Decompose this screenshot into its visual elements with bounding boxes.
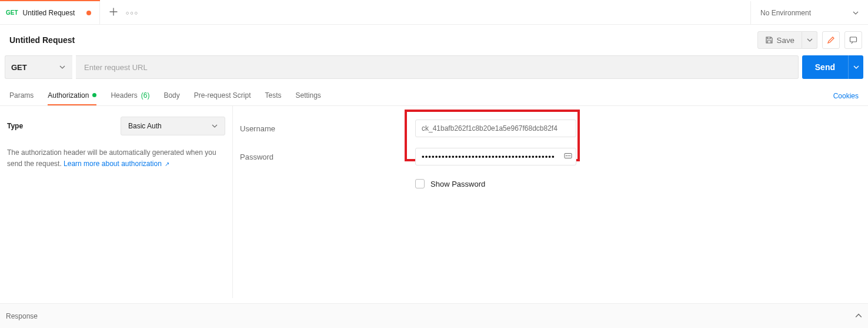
tab-title: Untitled Request	[23, 9, 82, 17]
show-password-label: Show Password	[430, 180, 485, 188]
auth-left-pane: Type Basic Auth The authorization header…	[0, 106, 233, 298]
http-method-select[interactable]: GET	[5, 55, 72, 79]
auth-type-label: Type	[7, 122, 23, 130]
auth-help-text: The authorization header will be automat…	[7, 147, 225, 170]
pencil-icon	[827, 36, 835, 44]
request-url-input[interactable]	[76, 55, 799, 79]
tab-prerequest-label: Pre-request Script	[194, 91, 251, 100]
request-subtabs: Params Authorization Headers (6) Body Pr…	[0, 86, 868, 106]
svg-rect-0	[850, 37, 857, 42]
tab-prerequest[interactable]: Pre-request Script	[194, 86, 251, 105]
auth-type-value: Basic Auth	[128, 122, 162, 130]
tab-authorization[interactable]: Authorization	[48, 86, 96, 105]
tab-method-badge: GET	[6, 9, 18, 16]
save-icon	[765, 36, 773, 44]
tab-overflow-button[interactable]: ○○○	[126, 10, 139, 16]
chevron-down-icon	[853, 64, 859, 70]
tab-bar: GET Untitled Request ○○○ No Environment	[0, 1, 868, 25]
chevron-down-icon	[807, 37, 813, 43]
comments-button[interactable]	[844, 31, 862, 49]
chevron-down-icon	[853, 10, 859, 16]
headers-count: (6)	[141, 91, 150, 100]
auth-right-pane: Username Password Show Password	[233, 106, 868, 298]
tab-authorization-label: Authorization	[48, 91, 89, 100]
send-dropdown-button[interactable]	[848, 55, 863, 79]
tab-tests-label: Tests	[265, 91, 281, 100]
cookies-link-label: Cookies	[833, 92, 859, 100]
environment-selector[interactable]: No Environment	[750, 1, 868, 24]
environment-label: No Environment	[760, 9, 811, 17]
tab-tests[interactable]: Tests	[265, 86, 281, 105]
url-row: GET Send	[0, 55, 868, 86]
tab-params-label: Params	[9, 91, 34, 100]
username-label: Username	[240, 124, 415, 133]
response-panel-header[interactable]: Response	[0, 303, 868, 328]
chevron-up-icon	[855, 312, 862, 321]
tab-headers[interactable]: Headers (6)	[111, 86, 149, 105]
auth-active-dot-icon	[92, 93, 96, 97]
unsaved-dot-icon	[86, 11, 91, 15]
tab-headers-label: Headers	[111, 91, 137, 100]
cookies-link[interactable]: Cookies	[833, 92, 859, 100]
username-input[interactable]	[415, 120, 576, 137]
request-name: Untitled Request	[9, 35, 75, 45]
save-button-label: Save	[777, 36, 794, 45]
http-method-value: GET	[11, 63, 27, 72]
tab-settings-label: Settings	[296, 91, 321, 100]
plus-icon	[109, 8, 118, 16]
auth-panel: Type Basic Auth The authorization header…	[0, 106, 868, 298]
comment-icon	[849, 36, 857, 44]
learn-more-label: Learn more about authorization	[64, 160, 162, 168]
request-tab[interactable]: GET Untitled Request	[0, 1, 100, 24]
response-label: Response	[6, 312, 38, 320]
send-button-label: Send	[815, 62, 835, 72]
password-input[interactable]	[415, 148, 576, 165]
tab-params[interactable]: Params	[9, 86, 34, 105]
auth-type-select[interactable]: Basic Auth	[121, 117, 225, 135]
password-label: Password	[240, 153, 415, 161]
external-link-icon: ↗	[163, 161, 169, 167]
tab-settings[interactable]: Settings	[296, 86, 321, 105]
tab-body-label: Body	[163, 91, 179, 100]
show-password-checkbox[interactable]	[415, 179, 425, 188]
new-tab-button[interactable]	[109, 8, 118, 18]
save-button[interactable]: Save	[757, 31, 802, 49]
chevron-down-icon	[59, 64, 65, 70]
learn-more-link[interactable]: Learn more about authorization ↗	[64, 160, 169, 168]
send-button[interactable]: Send	[802, 55, 848, 79]
edit-button[interactable]	[822, 31, 840, 49]
request-title-row: Untitled Request Save	[0, 25, 868, 55]
save-dropdown-button[interactable]	[802, 31, 817, 49]
tab-body[interactable]: Body	[163, 86, 179, 105]
chevron-down-icon	[212, 123, 218, 129]
